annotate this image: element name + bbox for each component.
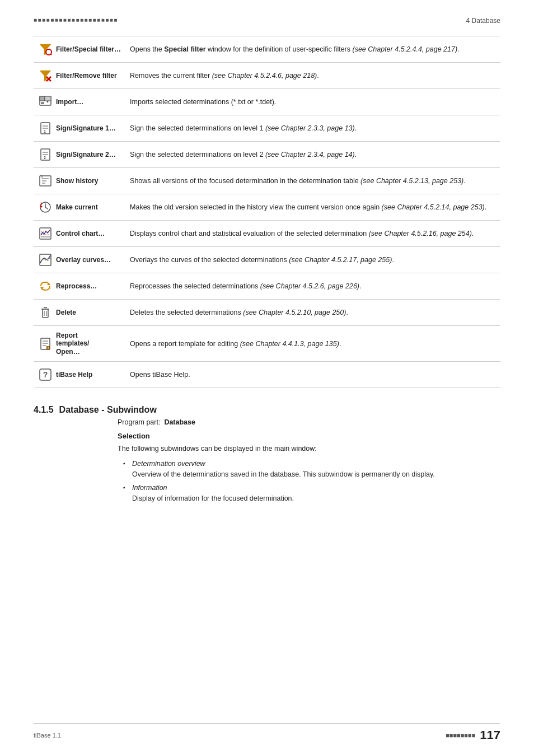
svg-text:?: ?: [43, 370, 48, 379]
icon-cell-report-templates: Report templates/ Open…: [34, 326, 125, 362]
reprocess-icon: [38, 279, 53, 293]
bullet-text-2: Display of information for the focused d…: [132, 494, 294, 502]
section-body: Program part: Database Selection The fol…: [34, 418, 500, 504]
table-row: Filter/Special filter… Opens the Special…: [34, 36, 500, 63]
overlay-curves-label: Overlay curves…: [56, 256, 111, 264]
icon-cell-reprocess: Reprocess…: [34, 273, 125, 300]
filter-remove-label: Filter/Remove filter: [56, 72, 117, 80]
chapter-label: 4 Database: [466, 17, 500, 25]
filter-special-label: Filter/Special filter…: [56, 45, 121, 53]
sign1-label: Sign/Signature 1…: [56, 124, 116, 132]
sign2-label: Sign/Signature 2…: [56, 151, 116, 158]
tibase-help-icon: ?: [38, 367, 53, 382]
filter-remove-desc: Removes the current filter (see Chapter …: [125, 63, 500, 89]
icon-cell-sign2: 2 Sign/Signature 2…: [34, 142, 125, 168]
icon-cell-filter-special: Filter/Special filter…: [34, 36, 125, 63]
table-row: Filter/Remove filter Removes the current…: [34, 63, 500, 89]
table-row: Control chart… Displays control chart an…: [34, 221, 500, 247]
table-row: Make current Makes the old version selec…: [34, 194, 500, 221]
footer-dots: ■■■■■■■■: [446, 732, 475, 739]
table-row: 1 Sign/Signature 1… Sign the selected de…: [34, 115, 500, 142]
program-part-label: Program part:: [118, 418, 160, 426]
icon-cell-make-current: Make current: [34, 194, 125, 221]
table-row: ? tiBase Help Opens tiBase Help.: [34, 362, 500, 388]
show-history-desc: Shows all versions of the focused determ…: [125, 168, 500, 194]
overlay-curves-icon: [38, 253, 53, 267]
list-item: Information Display of information for t…: [123, 483, 500, 504]
reprocess-desc: Reprocesses the selected determinations …: [125, 273, 500, 300]
subsection-title: Selection: [118, 432, 500, 440]
show-history-icon: [38, 174, 53, 188]
table-row: Reprocess… Reprocesses the selected dete…: [34, 273, 500, 300]
control-chart-desc: Displays control chart and statistical e…: [125, 221, 500, 247]
make-current-icon: [38, 200, 53, 214]
table-row: 2 Sign/Signature 2… Sign the selected de…: [34, 142, 500, 168]
report-templates-desc: Opens a report template for editing (see…: [125, 326, 500, 362]
import-desc: Imports selected determinations (*.txt o…: [125, 89, 500, 115]
footer-page-number: 117: [480, 728, 500, 743]
delete-desc: Deletes the selected determinations (see…: [125, 300, 500, 326]
icon-cell-tibase-help: ? tiBase Help: [34, 362, 125, 388]
icon-cell-control-chart: Control chart…: [34, 221, 125, 247]
filter-remove-icon: [38, 68, 53, 83]
bullet-title-1: Determination overview: [132, 460, 205, 468]
subsection-intro: The following subwindows can be displaye…: [118, 444, 500, 454]
filter-special-icon: [38, 42, 53, 57]
list-item: Determination overview Overview of the d…: [123, 459, 500, 480]
icon-cell-sign1: 1 Sign/Signature 1…: [34, 115, 125, 142]
sign1-icon: 1: [38, 121, 53, 136]
top-left-decoration: ■■■■■■■■■■■■■■■■■■■■: [34, 17, 118, 23]
icon-cell-show-history: Show history: [34, 168, 125, 194]
tibase-help-desc: Opens tiBase Help.: [125, 362, 500, 388]
menu-table: Filter/Special filter… Opens the Special…: [34, 36, 500, 388]
bullet-text-1: Overview of the determinations saved in …: [132, 470, 435, 478]
make-current-label: Make current: [56, 203, 98, 211]
top-bar: ■■■■■■■■■■■■■■■■■■■■ 4 Database: [34, 17, 500, 25]
control-chart-label: Control chart…: [56, 230, 105, 237]
table-row: Delete Deletes the selected determinatio…: [34, 300, 500, 326]
sign2-icon: 2: [38, 147, 53, 162]
svg-rect-9: [41, 102, 44, 104]
svg-rect-8: [45, 96, 51, 101]
page: ■■■■■■■■■■■■■■■■■■■■ 4 Database: [0, 0, 534, 756]
section-heading: 4.1.5 Database - Subwindow: [34, 405, 500, 415]
filter-special-desc: Opens the Special filter window for the …: [125, 36, 500, 63]
table-row: Import… Imports selected determinations …: [34, 89, 500, 115]
svg-marker-10: [46, 101, 49, 103]
icon-cell-import: Import…: [34, 89, 125, 115]
delete-icon: [38, 305, 53, 320]
overlay-curves-desc: Overlays the curves of the selected dete…: [125, 247, 500, 273]
show-history-label: Show history: [56, 177, 98, 185]
make-current-desc: Makes the old version selected in the hi…: [125, 194, 500, 221]
import-label: Import…: [56, 98, 83, 106]
program-part: Program part: Database: [118, 418, 500, 426]
section-title: Database - Subwindow: [59, 405, 157, 415]
sign1-desc: Sign the selected determinations on leve…: [125, 115, 500, 142]
bullet-title-2: Information: [132, 484, 167, 492]
program-part-value: Database: [164, 418, 195, 426]
reprocess-label: Reprocess…: [56, 282, 97, 290]
sign2-desc: Sign the selected determinations on leve…: [125, 142, 500, 168]
bullet-list: Determination overview Overview of the d…: [118, 459, 500, 504]
import-icon: [38, 95, 53, 109]
svg-rect-7: [40, 96, 45, 101]
svg-line-2: [51, 54, 52, 55]
table-row: Overlay curves… Overlays the curves of t…: [34, 247, 500, 273]
report-templates-label: Report templates/ Open…: [56, 332, 101, 356]
table-row: Show history Shows all versions of the f…: [34, 168, 500, 194]
footer-right: ■■■■■■■■ 117: [446, 728, 500, 743]
section-number: 4.1.5: [34, 405, 54, 415]
control-chart-icon: [38, 226, 53, 241]
svg-text:1: 1: [44, 129, 46, 133]
footer: tiBase 1.1 ■■■■■■■■ 117: [34, 723, 500, 743]
delete-label: Delete: [56, 309, 76, 316]
icon-cell-overlay-curves: Overlay curves…: [34, 247, 125, 273]
table-row: Report templates/ Open… Opens a report t…: [34, 326, 500, 362]
tibase-help-label: tiBase Help: [56, 371, 92, 379]
icon-cell-delete: Delete: [34, 300, 125, 326]
footer-app-name: tiBase 1.1: [34, 732, 61, 739]
svg-text:2: 2: [44, 156, 46, 160]
report-templates-icon: [38, 337, 53, 351]
svg-rect-32: [43, 309, 48, 318]
icon-cell-filter-remove: Filter/Remove filter: [34, 63, 125, 89]
